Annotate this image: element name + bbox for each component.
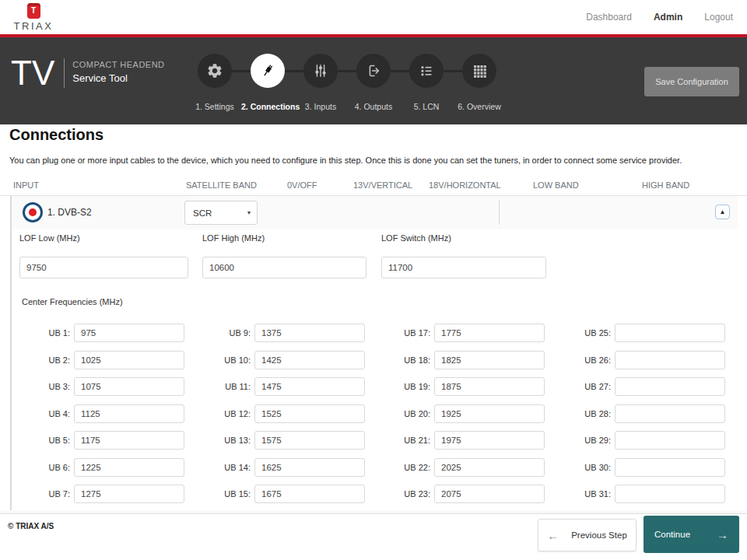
ub-30-label: UB 30: [563,463,611,472]
ub-7-input[interactable] [74,485,184,503]
ub-2-label: UB 2: [22,355,70,365]
column-header-0v-off: 0V/OFF [287,180,317,190]
continue-label: Continue [654,530,690,539]
previous-step-button[interactable]: ← Previous Step [538,519,637,551]
ub-12-label: UB 12: [202,409,251,418]
ub-17-input[interactable] [434,324,545,342]
nav-dashboard[interactable]: Dashboard [586,12,632,23]
ub-13-label: UB 13: [202,436,251,445]
ub-field-row: UB 27: [563,377,725,396]
ub-field-row: UB 14: [202,458,365,477]
ub-14-input[interactable] [254,458,365,477]
column-header-satellite-band: SATELLITE BAND [186,180,257,190]
ub-13-input[interactable] [254,431,365,450]
ub-26-input[interactable] [615,351,725,369]
step-outputs[interactable]: 4. Outputs [347,54,400,111]
table-header: INPUTSATELLITE BAND0V/OFF13V/VERTICAL18V… [0,176,747,196]
ub-23-input[interactable] [434,485,545,503]
center-frequencies-label: Center Frequencies (MHz) [22,297,123,306]
ub-25-input[interactable] [615,324,725,342]
topbar: T TRIAX DashboardAdminLogout [0,0,747,34]
step-settings[interactable]: 1. Settings [188,54,241,111]
ub-field-row: UB 12: [202,404,365,423]
ub-field-row: UB 22: [382,458,545,477]
ub-15-input[interactable] [254,485,365,503]
ub-11-input[interactable] [254,377,365,396]
step-inputs[interactable]: 3. Inputs [294,54,347,111]
ub-30-input[interactable] [615,458,725,477]
ub-field-row: UB 20: [382,404,545,423]
ub-1-input[interactable] [74,324,184,342]
ub-29-input[interactable] [615,431,725,450]
step-overview[interactable]: 6. Overview [453,54,506,111]
ub-4-label: UB 4: [22,409,70,418]
ub-12-input[interactable] [254,404,365,423]
ub-10-input[interactable] [254,351,365,369]
satellite-band-select[interactable]: SCR ▾ [184,201,258,225]
ub-7-label: UB 7: [22,489,70,499]
ub-5-input[interactable] [74,431,184,450]
triax-logo-icon: T [27,3,40,19]
ub-field-row: UB 28: [563,404,725,423]
column-header-13v-vertical: 13V/VERTICAL [353,180,412,190]
input-name: 1. DVB-S2 [47,207,92,218]
ub-31-label: UB 31: [563,489,611,499]
column-header-high-band: HIGH BAND [642,180,689,190]
ub-20-input[interactable] [434,404,545,423]
ub-19-input[interactable] [434,377,545,396]
chevron-up-icon: ▲ [720,208,726,215]
lof-high-label: LOF High (MHz) [202,233,265,243]
ub-field-row: UB 18: [382,351,545,369]
ub-4-input[interactable] [74,404,184,423]
column-header-input: INPUT [13,180,39,190]
ub-29-label: UB 29: [563,436,611,445]
ub-field-row: UB 10: [202,351,365,369]
step-connections[interactable]: 2. Connections [241,54,294,111]
ub-field-row: UB 17: [382,324,545,342]
ub-20-label: UB 20: [382,409,430,418]
column-header-low-band: LOW BAND [533,180,579,190]
tool-name: Service Tool [72,72,164,84]
nav-logout[interactable]: Logout [704,12,733,23]
ub-2-input[interactable] [74,351,184,369]
ub-3-input[interactable] [74,377,184,396]
ub-21-input[interactable] [434,431,545,450]
ub-27-input[interactable] [615,377,725,396]
step-label: 4. Outputs [347,102,400,111]
ub-18-input[interactable] [434,351,545,369]
save-configuration-button[interactable]: Save Configuration [644,67,739,96]
step-lcn[interactable]: 5. LCN [400,54,453,111]
ub-column: UB 25:UB 26:UB 27:UB 28:UB 29:UB 30:UB 3… [563,324,725,503]
arrow-right-icon: → [717,528,728,541]
step-label: 5. LCN [400,102,453,111]
lof-high-input[interactable] [202,257,366,278]
ub-field-row: UB 1: [22,324,184,342]
page-description: You can plug one or more input cables to… [9,156,682,165]
ub-field-row: UB 23: [382,485,545,503]
input-config-panel: 1. DVB-S2 SCR ▾ ▲ LOF Low (MHz) LOF High… [10,196,738,510]
nav-admin[interactable]: Admin [654,12,682,23]
continue-button[interactable]: Continue → [644,516,739,553]
ub-field-row: UB 5: [22,431,184,450]
lof-low-input[interactable] [19,257,188,278]
ub-field-row: UB 21: [382,431,545,450]
ub-28-input[interactable] [615,404,725,423]
export-icon [356,54,391,88]
ub-22-input[interactable] [434,458,545,477]
ub-field-row: UB 4: [22,404,184,423]
lof-switch-input[interactable] [381,257,546,278]
ub-field-row: UB 15: [202,485,365,503]
radio-dot-icon [29,208,37,216]
input-radio[interactable] [23,202,43,222]
ub-27-label: UB 27: [563,382,611,391]
ub-column: UB 9:UB 10:UB 11:UB 12:UB 13:UB 14:UB 15… [202,324,365,503]
triax-logo[interactable]: T TRIAX [11,3,56,32]
ub-grid: UB 1:UB 2:UB 3:UB 4:UB 5:UB 6:UB 7:UB 9:… [12,324,738,510]
ub-31-input[interactable] [615,485,725,503]
ub-23-label: UB 23: [382,489,430,499]
ub-1-label: UB 1: [22,328,70,338]
collapse-row-button[interactable]: ▲ [715,205,730,219]
ub-9-input[interactable] [254,324,365,342]
ub-6-input[interactable] [74,458,184,477]
footer-bar: © TRIAX A/S ← Previous Step Continue → [0,513,747,560]
